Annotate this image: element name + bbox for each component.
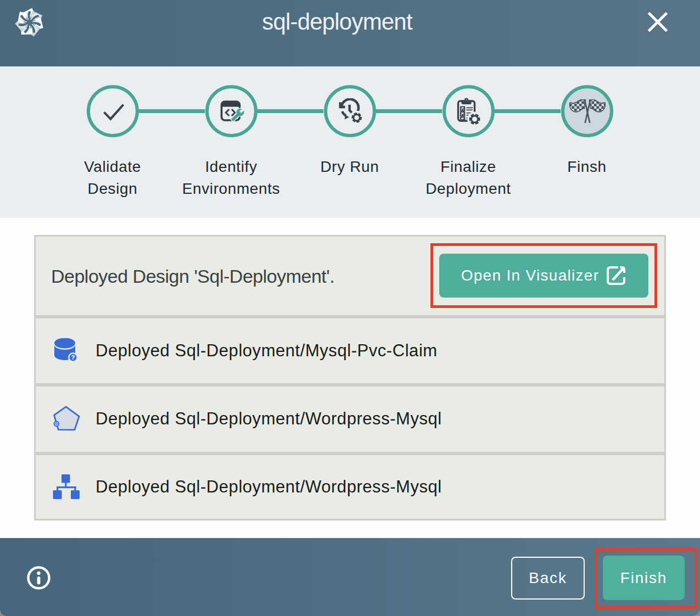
svg-text:?: ?	[71, 354, 75, 361]
